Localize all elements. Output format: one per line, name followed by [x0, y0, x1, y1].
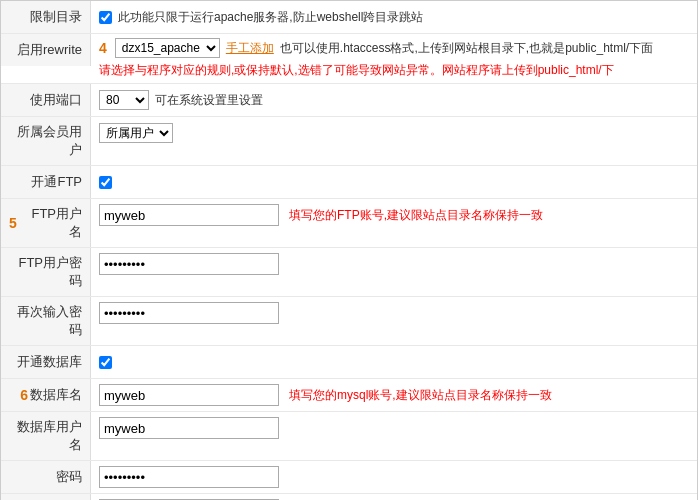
- rewrite-top: 4 dzx15_apache dzx15_nginx dzx15_iis 手工添…: [99, 38, 653, 58]
- enable-rewrite-content: 4 dzx15_apache dzx15_nginx dzx15_iis 手工添…: [91, 34, 697, 83]
- restrict-dir-text: 此功能只限于运行apache服务器,防止webshell跨目录跳站: [118, 9, 423, 26]
- enable-rewrite-label: 启用rewrite: [1, 34, 91, 66]
- db-password-content: [91, 461, 697, 493]
- enable-ftp-row: 开通FTP: [1, 166, 697, 199]
- rewrite-warning-text: 请选择与程序对应的规则,或保持默认,选错了可能导致网站异常。网站程序请上传到pu…: [99, 61, 614, 79]
- step4-number: 4: [99, 40, 107, 56]
- ftp-password-label: FTP用户密码: [1, 248, 91, 296]
- manual-add-link[interactable]: 手工添加: [226, 40, 274, 57]
- rewrite-select[interactable]: dzx15_apache dzx15_nginx dzx15_iis: [115, 38, 220, 58]
- member-user-row: 所属会员用户 所属用户: [1, 117, 697, 166]
- db-name-label: 6 数据库名: [1, 379, 91, 411]
- db-user-content: [91, 412, 697, 444]
- ftp-password-row: FTP用户密码: [1, 248, 697, 297]
- enable-db-row: 开通数据库: [1, 346, 697, 379]
- port-select[interactable]: 80 8080: [99, 90, 149, 110]
- db-name-input[interactable]: [99, 384, 279, 406]
- ftp-username-label: 5 FTP用户名: [1, 199, 91, 247]
- db-reenter-row: 再次输入密码: [1, 494, 697, 500]
- enable-ftp-checkbox[interactable]: [99, 176, 112, 189]
- port-label: 使用端口: [1, 84, 91, 116]
- db-user-row: 数据库用户名: [1, 412, 697, 461]
- ftp-username-input[interactable]: [99, 204, 279, 226]
- enable-ftp-content: [91, 166, 697, 198]
- step5-number: 5: [9, 215, 17, 231]
- member-user-content: 所属用户: [91, 117, 697, 149]
- port-content: 80 8080 可在系统设置里设置: [91, 84, 697, 116]
- db-user-label: 数据库用户名: [1, 412, 91, 460]
- enable-db-label: 开通数据库: [1, 346, 91, 378]
- db-password-input[interactable]: [99, 466, 279, 488]
- restrict-dir-content: 此功能只限于运行apache服务器,防止webshell跨目录跳站: [91, 1, 697, 33]
- db-name-hint: 填写您的mysql账号,建议限站点目录名称保持一致: [289, 387, 552, 404]
- enable-ftp-label: 开通FTP: [1, 166, 91, 198]
- db-password-label: 密码: [1, 461, 91, 493]
- restrict-dir-checkbox[interactable]: [99, 11, 112, 24]
- restrict-dir-label: 限制目录: [1, 1, 91, 33]
- ftp-reenter-label: 再次输入密码: [1, 297, 91, 345]
- form-container: 限制目录 此功能只限于运行apache服务器,防止webshell跨目录跳站 启…: [0, 0, 698, 500]
- ftp-reenter-input[interactable]: [99, 302, 279, 324]
- db-name-row: 6 数据库名 填写您的mysql账号,建议限站点目录名称保持一致: [1, 379, 697, 412]
- ftp-reenter-content: [91, 297, 697, 329]
- ftp-username-content: 填写您的FTP账号,建议限站点目录名称保持一致: [91, 199, 697, 231]
- ftp-reenter-row: 再次输入密码: [1, 297, 697, 346]
- db-reenter-content: [91, 494, 697, 500]
- enable-rewrite-row: 启用rewrite 4 dzx15_apache dzx15_nginx dzx…: [1, 34, 697, 84]
- enable-db-content: [91, 346, 697, 378]
- step6-number: 6: [20, 387, 28, 403]
- ftp-password-input[interactable]: [99, 253, 279, 275]
- ftp-username-row: 5 FTP用户名 填写您的FTP账号,建议限站点目录名称保持一致: [1, 199, 697, 248]
- ftp-password-content: [91, 248, 697, 280]
- db-reenter-label: 再次输入密码: [1, 494, 91, 500]
- port-hint-text: 可在系统设置里设置: [155, 92, 263, 109]
- db-name-content: 填写您的mysql账号,建议限站点目录名称保持一致: [91, 379, 697, 411]
- enable-db-checkbox[interactable]: [99, 356, 112, 369]
- db-password-row: 密码: [1, 461, 697, 494]
- ftp-username-hint: 填写您的FTP账号,建议限站点目录名称保持一致: [289, 207, 543, 224]
- member-user-select[interactable]: 所属用户: [99, 123, 173, 143]
- member-user-label: 所属会员用户: [1, 117, 91, 165]
- db-user-input[interactable]: [99, 417, 279, 439]
- port-row: 使用端口 80 8080 可在系统设置里设置: [1, 84, 697, 117]
- rewrite-also-text: 也可以使用.htaccess格式,上传到网站根目录下,也就是public_htm…: [280, 40, 653, 57]
- restrict-dir-row: 限制目录 此功能只限于运行apache服务器,防止webshell跨目录跳站: [1, 1, 697, 34]
